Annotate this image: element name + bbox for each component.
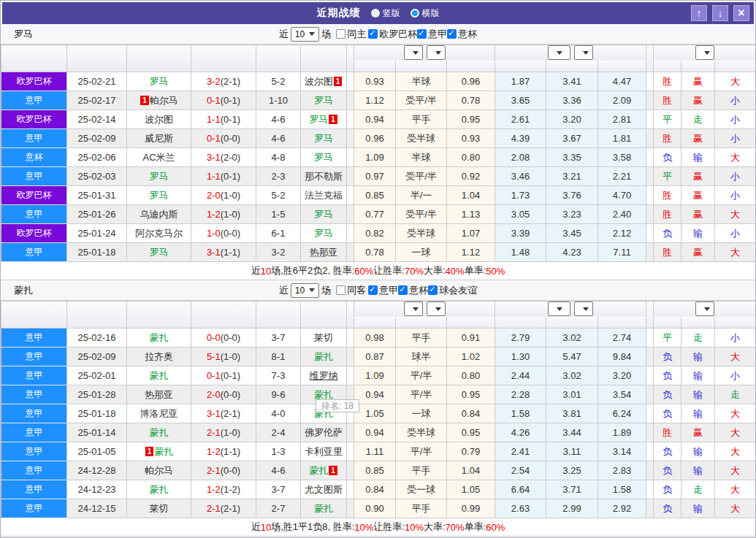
avg-select[interactable] [548, 45, 570, 60]
team-link[interactable]: 罗马 [314, 133, 333, 144]
away-team: 维罗纳 [301, 366, 347, 385]
avg-draw-odds: 3.76 [546, 186, 598, 205]
team-link[interactable]: 蒙扎 [154, 446, 173, 457]
team-link[interactable]: 罗马 [314, 228, 333, 239]
team-link[interactable]: 蒙扎 [314, 389, 333, 400]
match-date: 25-01-18 [67, 404, 127, 423]
crow-select[interactable] [404, 45, 423, 60]
move-down-button[interactable]: ↓ [712, 5, 728, 21]
fullmatch-select[interactable] [695, 301, 714, 316]
league-checkbox-label[interactable]: 意杯 [409, 284, 428, 297]
checkbox-icon[interactable] [447, 29, 457, 39]
team-link[interactable]: 蒙扎 [314, 351, 333, 362]
team-link[interactable]: 蒙扎 [150, 484, 169, 495]
team-link[interactable]: 那不勒斯 [305, 171, 343, 182]
avg-home-odds: 1.87 [495, 72, 546, 91]
team-link[interactable]: 帕尔马 [145, 465, 173, 476]
final-odds-select[interactable] [427, 301, 446, 316]
final-odds-select-2[interactable] [574, 301, 593, 316]
team-link[interactable]: 罗马 [150, 171, 169, 182]
league-checkbox-label[interactable]: 意甲 [428, 28, 447, 41]
recent-count-select[interactable]: 10 [291, 27, 319, 42]
move-up-button[interactable]: ↑ [691, 5, 707, 21]
corner-score: 4-6 [256, 461, 301, 480]
avg-select[interactable] [548, 301, 570, 316]
away-team: 蒙扎 [301, 347, 347, 366]
team-link[interactable]: 罗马 [150, 76, 169, 87]
sub-avg-home [495, 317, 546, 328]
team-link[interactable]: 热那亚 [145, 389, 173, 400]
match-row: 意甲24-12-23蒙扎1-2(1-2)3-7尤文图斯0.84受一球1.056.… [1, 480, 756, 499]
summary-part: 70% [405, 266, 424, 277]
team-link[interactable]: 佛罗伦萨 [305, 427, 343, 438]
team-link[interactable]: 法兰克福 [305, 190, 343, 201]
league-checkbox-意杯[interactable]: 意杯 [447, 28, 477, 41]
team-link[interactable]: 尤文图斯 [305, 484, 343, 495]
checkbox-icon[interactable] [368, 285, 378, 295]
team-link[interactable]: 罗马 [314, 152, 333, 163]
radio-vertical-label[interactable]: 竖版 [383, 7, 400, 20]
team-link[interactable]: 卡利亚里 [305, 446, 343, 457]
fullmatch-select[interactable] [695, 45, 714, 60]
league-checkbox-label[interactable]: 球会友谊 [439, 284, 477, 297]
chevron-down-icon [557, 307, 562, 311]
radio-horizontal-label[interactable]: 横版 [422, 7, 440, 20]
corner-score: 2-4 [256, 423, 301, 442]
goals-cell: 大 [715, 148, 756, 167]
radio-vertical[interactable]: 竖版 [371, 7, 400, 20]
radio-horizontal-icon[interactable] [411, 9, 419, 18]
team-link[interactable]: 罗马 [150, 247, 169, 258]
team-link[interactable]: 帕尔马 [150, 95, 178, 106]
crow-select[interactable] [404, 301, 423, 316]
team-link[interactable]: 罗马 [314, 95, 333, 106]
results-table: 意甲25-02-16蒙扎0-0(0-0)3-7莱切0.98平手0.912.793… [1, 301, 756, 518]
team-link[interactable]: 罗马 [150, 190, 169, 201]
team-link[interactable]: 蒙扎 [150, 370, 169, 381]
final-odds-select-2[interactable] [574, 45, 593, 60]
same-venue-checkbox[interactable]: 同客 [336, 284, 366, 297]
league-checkbox-意甲[interactable]: 意甲 [368, 284, 398, 297]
team-link[interactable]: 蒙扎 [309, 465, 328, 476]
team-link[interactable]: 莱切 [150, 503, 169, 514]
league-checkbox-球会友谊[interactable]: 球会友谊 [428, 284, 477, 297]
team-link[interactable]: 波尔图 [145, 114, 173, 125]
team-link[interactable]: 维罗纳 [310, 370, 338, 381]
radio-vertical-icon[interactable] [371, 9, 380, 18]
team-link[interactable]: 威尼斯 [145, 133, 173, 144]
team-link[interactable]: 蒙扎 [150, 427, 169, 438]
checkbox-icon[interactable] [368, 29, 378, 39]
team-link[interactable]: 蒙扎 [314, 503, 333, 514]
team-link[interactable]: 波尔图 [305, 76, 333, 87]
team-link[interactable]: 热那亚 [310, 247, 338, 258]
spacer [646, 461, 654, 480]
league-checkbox-意甲[interactable]: 意甲 [417, 28, 447, 41]
league-checkbox-label[interactable]: 欧罗巴杯 [379, 28, 417, 41]
close-button[interactable]: × [733, 5, 749, 21]
checkbox-icon[interactable] [428, 285, 438, 295]
team-link[interactable]: 莱切 [314, 332, 333, 343]
league-checkbox-意杯[interactable]: 意杯 [398, 284, 428, 297]
team-link[interactable]: 罗马 [309, 114, 328, 125]
team-link[interactable]: AC米兰 [142, 152, 175, 163]
match-date: 25-02-17 [67, 91, 127, 110]
goals-cell: 大 [715, 72, 756, 91]
team-link[interactable]: 拉齐奥 [145, 351, 173, 362]
league-checkbox-label[interactable]: 意杯 [458, 28, 477, 41]
same-venue-checkbox[interactable]: 同主 [336, 28, 366, 41]
league-checkbox-label[interactable]: 意甲 [379, 284, 398, 297]
league-checkbox-欧罗巴杯[interactable]: 欧罗巴杯 [368, 28, 417, 41]
final-odds-select[interactable] [427, 45, 446, 60]
team-link[interactable]: 乌迪内斯 [140, 209, 178, 220]
avg-home-odds: 2.41 [495, 442, 546, 461]
recent-count-select[interactable]: 10 [291, 283, 319, 298]
spacer [347, 45, 354, 72]
checkbox-icon[interactable] [417, 29, 427, 39]
team-link[interactable]: 蒙扎 [150, 332, 169, 343]
radio-horizontal[interactable]: 横版 [411, 7, 440, 20]
checkbox-icon[interactable] [398, 285, 408, 295]
league-badge: 意甲 [1, 461, 67, 480]
team-link[interactable]: 阿尔克马尔 [135, 228, 183, 239]
spacer [646, 45, 654, 72]
team-link[interactable]: 博洛尼亚 [140, 408, 178, 419]
team-link[interactable]: 罗马 [314, 209, 333, 220]
